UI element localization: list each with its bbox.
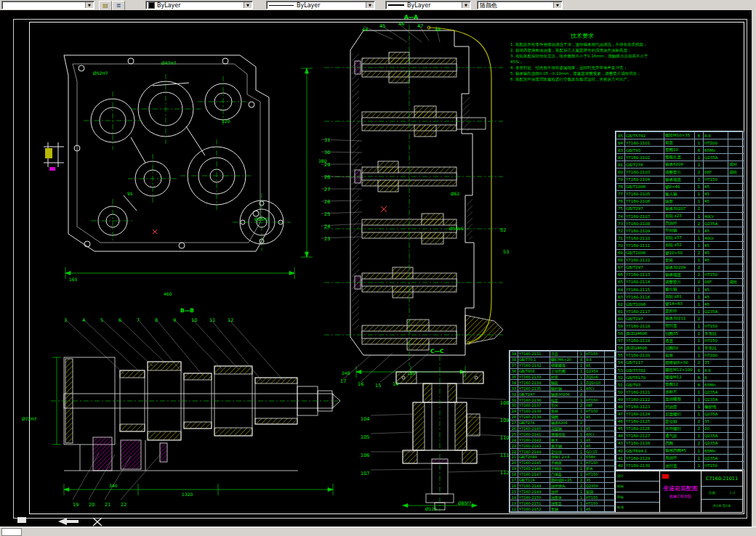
- bom-row: 45Y7160-2126吊环螺钉220: [616, 425, 744, 432]
- bom-cell: Y7160-2116: [625, 293, 664, 301]
- bom-cell: 81: [616, 161, 625, 168]
- scale-label: 比例: [709, 491, 715, 495]
- bom-row: 64Y7160-2115输出轴145: [616, 285, 744, 293]
- bom-cell: Y7160-2138: [518, 408, 550, 414]
- bom-row: 31Y7160-2136端盖1HT150: [510, 397, 616, 403]
- bom-cell: JB/ZQ4606: [625, 344, 664, 352]
- dim-label: Ø62: [451, 192, 459, 196]
- bom-cell: 6: [695, 147, 704, 154]
- bom-cell: 45: [704, 249, 728, 256]
- balloon-label: 28: [324, 175, 330, 180]
- bom-cell: 1: [695, 396, 704, 403]
- bom-cell: [728, 235, 744, 242]
- bom-cell: [605, 357, 616, 362]
- bom-row: 18Y7160-2147凸缘盘1HT150: [510, 471, 616, 477]
- bom-cell: 1: [695, 227, 704, 235]
- sign-label: 审核: [616, 492, 659, 503]
- chevron-down-icon[interactable]: ▼: [553, 2, 561, 8]
- bom-cell: 1: [578, 368, 585, 374]
- bom-cell: 1: [695, 242, 704, 249]
- balloon-label: 31: [324, 138, 330, 143]
- layer-dropdown[interactable]: ▼: [1, 1, 94, 9]
- plotstyle-dropdown[interactable]: 随颜色 ▼: [477, 1, 563, 9]
- chevron-down-icon[interactable]: ▼: [85, 2, 93, 8]
- dim-label: 95: [127, 192, 133, 196]
- bom-cell: Y7160-2137: [518, 403, 550, 409]
- bom-row: 25Y7160-2141滑移齿轮140Cr: [510, 431, 616, 437]
- chevron-down-icon[interactable]: ▼: [244, 2, 252, 8]
- bom-row: 26Y7160-2140花键轴145: [510, 426, 616, 431]
- note-line: 2. 箱体内壁涂耐油油漆，装配后注入规定牌号的润滑油至油标高度；: [510, 48, 654, 54]
- command-input[interactable]: [1, 528, 22, 536]
- bom-cell: 1: [695, 432, 704, 439]
- bom-row: 69GB/T1096键10×50245: [616, 249, 744, 256]
- bom-row: 56JB/ZQ4606毡圈501羊毛毡: [616, 344, 744, 352]
- bom-cell: 45: [704, 285, 728, 293]
- bom-cell: 手柄球: [550, 466, 578, 471]
- lineweight-dropdown[interactable]: ByLayer ▼: [385, 1, 471, 9]
- dim-label: Ø125: [425, 507, 437, 511]
- bom-cell: 1: [695, 154, 704, 161]
- bom-cell: 衬套: [550, 374, 578, 380]
- bom-cell: 48: [616, 403, 625, 410]
- layer-previous-button[interactable]: ≣: [112, 1, 125, 11]
- bom-cell: 29: [510, 408, 518, 414]
- bom-cell: 45: [585, 362, 605, 368]
- bom-cell: 透盖: [664, 337, 695, 344]
- sign-label: 设计: [616, 471, 659, 482]
- bom-row: 41Y7160-2129甩油环1Q235A: [616, 455, 744, 462]
- bom-cell: 79: [616, 176, 625, 183]
- bom-cell: 2: [695, 249, 704, 256]
- bom-cell: 密封盖: [664, 322, 695, 330]
- bom-cell: 63: [616, 293, 625, 301]
- bom-row: 52GB/T6170螺母M1268: [616, 374, 744, 381]
- bom-cell: 39: [510, 352, 518, 357]
- bom-cell: 止动垫圈: [550, 368, 578, 374]
- bom-cell: 滑移齿轮: [550, 431, 578, 437]
- bom-cell: 66: [616, 271, 625, 278]
- bom-cell: [728, 154, 744, 161]
- bom-cell: [728, 220, 744, 227]
- bom-cell: Y7160-2102: [625, 154, 664, 161]
- chevron-down-icon[interactable]: ▼: [366, 2, 374, 8]
- bom-cell: 轴承30209: [664, 264, 695, 271]
- bom-cell: HT150: [585, 352, 605, 357]
- company-name: 机械工程学院: [669, 494, 691, 498]
- bom-cell: 轴承端盖: [664, 176, 695, 183]
- balloon-label: 24: [324, 224, 330, 230]
- balloon-label: 10: [191, 318, 197, 323]
- bom-row: 19Y7160-2146手柄球1胶木: [510, 466, 616, 471]
- bom-cell: 71: [616, 235, 625, 242]
- bom-cell: 19: [510, 466, 518, 471]
- bom-cell: 45: [704, 301, 728, 308]
- bom-cell: 21: [510, 455, 518, 460]
- bom-row: 35Y7160-2133衬套1ZQSn6: [510, 374, 616, 380]
- bom-cell: 1: [695, 308, 704, 315]
- bom-cell: 轴用挡圈45: [664, 447, 695, 455]
- bom-cell: 40Cr: [585, 431, 605, 437]
- color-dropdown[interactable]: ByLayer ▼: [145, 1, 253, 9]
- chevron-down-icon[interactable]: ▼: [462, 2, 470, 8]
- bom-cell: 箱座: [664, 352, 695, 359]
- dim-label: Ø55k6: [449, 227, 464, 231]
- bom-cell: GCr15: [585, 449, 605, 455]
- make-object-layer-button[interactable]: ▤: [99, 1, 112, 11]
- bom-cell: 1: [578, 437, 585, 443]
- bom-cell: 35: [585, 477, 605, 483]
- bom-cell: Q235A: [585, 368, 605, 374]
- bom-cell: 1: [695, 403, 704, 410]
- plotstyle-value: 随颜色: [480, 1, 497, 9]
- bom-cell: 螺母M12: [664, 374, 695, 381]
- linetype-dropdown[interactable]: ByLayer ▼: [266, 1, 375, 9]
- bom-cell: [728, 285, 744, 293]
- bom-cell: 螺钉M6×20: [550, 357, 578, 362]
- bom-cell: Y7160-2106: [625, 198, 664, 205]
- bom-cell: 40Cr: [585, 386, 605, 391]
- drawing-canvas[interactable]: 技术要求 1. 装配前所有零件用煤油清洗干净，滚动轴承用汽油清洗，不得有杂质残留…: [0, 10, 752, 527]
- bom-cell: [605, 437, 616, 443]
- bom-cell: 17: [510, 477, 518, 483]
- bom-cell: 78: [616, 183, 625, 190]
- bom-cell: 8.8: [704, 367, 728, 374]
- bom-cell: 45: [585, 414, 605, 420]
- bom-cell: Y7160-2135: [518, 386, 550, 391]
